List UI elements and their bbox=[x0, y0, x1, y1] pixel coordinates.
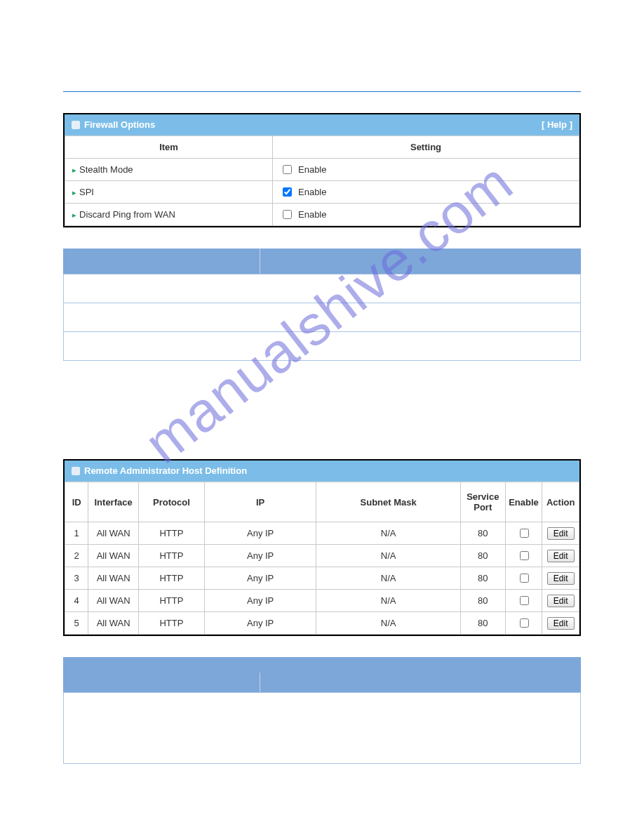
top-divider bbox=[63, 91, 581, 92]
cell-subnet: N/A bbox=[316, 590, 461, 612]
info-row bbox=[64, 331, 580, 360]
cell-enable bbox=[505, 522, 542, 545]
firewall-item-label: Discard Ping from WAN bbox=[79, 209, 175, 220]
row-enable-checkbox[interactable] bbox=[520, 529, 529, 538]
cell-port: 80 bbox=[460, 612, 505, 635]
cell-protocol: HTTP bbox=[138, 545, 204, 567]
bullet-icon: ▸ bbox=[72, 188, 76, 197]
cell-interface: All WAN bbox=[88, 612, 139, 635]
cell-subnet: N/A bbox=[316, 612, 461, 635]
col-header-interface: Interface bbox=[88, 482, 139, 522]
cell-action: Edit bbox=[542, 590, 579, 612]
cell-action: Edit bbox=[542, 545, 579, 567]
firewall-item-label: SPI bbox=[79, 187, 94, 197]
info-block-header bbox=[63, 249, 581, 274]
firewall-item-cell: ▸Discard Ping from WAN bbox=[65, 204, 273, 226]
cell-port: 80 bbox=[460, 590, 505, 612]
panel-icon bbox=[72, 467, 80, 475]
cell-enable bbox=[505, 590, 542, 612]
info-block2-bar2 bbox=[63, 673, 581, 692]
cell-protocol: HTTP bbox=[138, 612, 204, 635]
cell-subnet: N/A bbox=[316, 522, 461, 545]
firewall-setting-cell: Enable bbox=[273, 204, 579, 226]
cell-enable bbox=[505, 612, 542, 635]
col-header-setting: Setting bbox=[273, 136, 579, 159]
firewall-row: ▸Discard Ping from WANEnable bbox=[65, 204, 579, 226]
info-block2-bar1 bbox=[63, 657, 581, 673]
cell-subnet: N/A bbox=[316, 545, 461, 567]
cell-enable bbox=[505, 545, 542, 567]
edit-button[interactable]: Edit bbox=[547, 527, 575, 540]
cell-action: Edit bbox=[542, 522, 579, 545]
cell-port: 80 bbox=[460, 567, 505, 590]
cell-id: 2 bbox=[65, 545, 88, 567]
cell-protocol: HTTP bbox=[138, 567, 204, 590]
cell-protocol: HTTP bbox=[138, 590, 204, 612]
info-block-2 bbox=[63, 657, 581, 764]
row-enable-checkbox[interactable] bbox=[520, 551, 529, 560]
cell-ip: Any IP bbox=[204, 545, 316, 567]
cell-port: 80 bbox=[460, 545, 505, 567]
row-enable-checkbox[interactable] bbox=[520, 574, 529, 583]
edit-button[interactable]: Edit bbox=[547, 550, 575, 562]
enable-checkbox[interactable] bbox=[283, 165, 292, 174]
cell-protocol: HTTP bbox=[138, 522, 204, 545]
col-header-item: Item bbox=[65, 136, 273, 159]
info-block2-body bbox=[63, 692, 581, 764]
firewall-setting-cell: Enable bbox=[273, 181, 579, 204]
help-link[interactable]: [ Help ] bbox=[542, 119, 572, 130]
firewall-panel-title: Firewall Options bbox=[84, 119, 155, 130]
remote-admin-panel: Remote Administrator Host Definition ID … bbox=[63, 459, 581, 636]
remote-row: 4All WANHTTPAny IPN/A80Edit bbox=[65, 590, 579, 612]
remote-admin-table: ID Interface Protocol IP Subnet Mask Ser… bbox=[65, 482, 579, 635]
bullet-icon: ▸ bbox=[72, 166, 76, 174]
cell-id: 3 bbox=[65, 567, 88, 590]
cell-ip: Any IP bbox=[204, 522, 316, 545]
cell-interface: All WAN bbox=[88, 522, 139, 545]
enable-wrap[interactable]: Enable bbox=[280, 185, 572, 199]
enable-label: Enable bbox=[298, 164, 326, 175]
cell-interface: All WAN bbox=[88, 567, 139, 590]
enable-wrap[interactable]: Enable bbox=[280, 163, 572, 176]
enable-label: Enable bbox=[298, 209, 326, 220]
row-enable-checkbox[interactable] bbox=[520, 618, 529, 628]
col-header-id: ID bbox=[65, 482, 88, 522]
edit-button[interactable]: Edit bbox=[547, 595, 575, 607]
firewall-table: Item Setting ▸Stealth ModeEnable▸SPIEnab… bbox=[65, 135, 579, 226]
edit-button[interactable]: Edit bbox=[547, 617, 575, 630]
firewall-item-label: Stealth Mode bbox=[79, 164, 133, 175]
info-block-1 bbox=[63, 249, 581, 361]
col-header-subnet: Subnet Mask bbox=[316, 482, 461, 522]
cell-id: 1 bbox=[65, 522, 88, 545]
panel-icon bbox=[72, 121, 80, 129]
cell-enable bbox=[505, 567, 542, 590]
bullet-icon: ▸ bbox=[72, 211, 76, 219]
col-header-ip: IP bbox=[204, 482, 316, 522]
enable-label: Enable bbox=[298, 187, 326, 197]
edit-button[interactable]: Edit bbox=[547, 572, 575, 585]
cell-subnet: N/A bbox=[316, 567, 461, 590]
cell-port: 80 bbox=[460, 522, 505, 545]
cell-id: 4 bbox=[65, 590, 88, 612]
remote-panel-title: Remote Administrator Host Definition bbox=[84, 465, 247, 476]
firewall-item-cell: ▸SPI bbox=[65, 181, 273, 204]
enable-checkbox[interactable] bbox=[283, 210, 292, 219]
firewall-options-panel: Firewall Options [ Help ] Item Setting ▸… bbox=[63, 113, 581, 227]
info-row bbox=[64, 274, 580, 303]
remote-row: 2All WANHTTPAny IPN/A80Edit bbox=[65, 545, 579, 567]
remote-panel-header: Remote Administrator Host Definition bbox=[65, 461, 579, 482]
remote-row: 3All WANHTTPAny IPN/A80Edit bbox=[65, 567, 579, 590]
firewall-row: ▸Stealth ModeEnable bbox=[65, 159, 579, 181]
remote-row: 5All WANHTTPAny IPN/A80Edit bbox=[65, 612, 579, 635]
enable-wrap[interactable]: Enable bbox=[280, 208, 572, 221]
cell-interface: All WAN bbox=[88, 590, 139, 612]
firewall-panel-header: Firewall Options [ Help ] bbox=[65, 114, 579, 135]
cell-action: Edit bbox=[542, 612, 579, 635]
col-header-port: Service Port bbox=[460, 482, 505, 522]
cell-id: 5 bbox=[65, 612, 88, 635]
col-header-action: Action bbox=[542, 482, 579, 522]
enable-checkbox[interactable] bbox=[283, 187, 292, 197]
col-header-protocol: Protocol bbox=[138, 482, 204, 522]
row-enable-checkbox[interactable] bbox=[520, 596, 529, 605]
col-header-enable: Enable bbox=[505, 482, 542, 522]
